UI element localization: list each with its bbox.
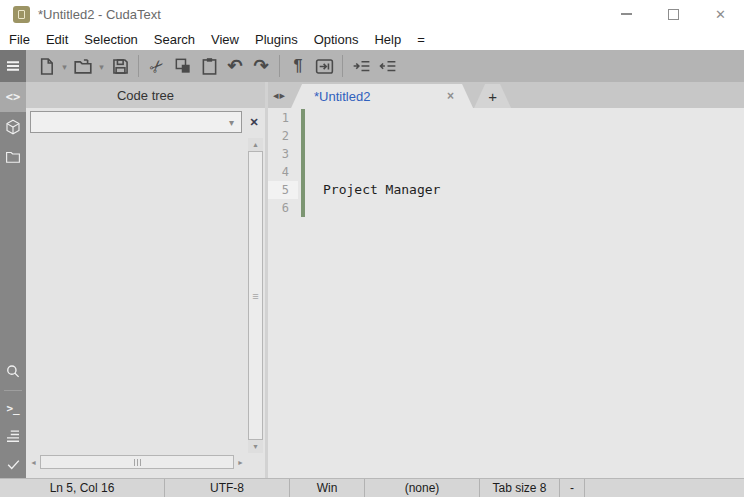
tab-close-icon[interactable]: × (447, 89, 454, 103)
activity-bar: <> >_ (0, 50, 26, 478)
sidebar-item-validate[interactable] (0, 450, 26, 478)
vertical-scroll-thumb[interactable]: ≡ (248, 151, 263, 440)
code-tree-icon: <> (6, 90, 20, 104)
hamburger-icon (4, 57, 22, 75)
undo-icon: ↶ (227, 57, 242, 75)
cut-icon: ✂ (146, 55, 168, 77)
copy-button[interactable] (170, 53, 196, 79)
editor-area: ◂ ▸ *Untitled2 × + 1 2 3 (268, 82, 744, 478)
code-tree-view[interactable] (26, 136, 248, 453)
scroll-left-icon[interactable]: ◄ (27, 455, 40, 469)
tab-scroll-right-icon[interactable]: ▸ (280, 89, 286, 102)
code-line (323, 163, 744, 181)
code-tree-close-button[interactable]: ✕ (246, 116, 262, 129)
paste-icon (199, 56, 220, 77)
status-encoding[interactable]: UTF-8 (165, 479, 290, 497)
tab-scroll-buttons[interactable]: ◂ ▸ (268, 82, 291, 108)
menubar: File Edit Selection Search View Plugins … (0, 28, 744, 50)
gutter-change-column (298, 109, 307, 478)
menu-equals[interactable]: = (409, 32, 433, 47)
maximize-button[interactable] (650, 0, 697, 28)
undo-button[interactable]: ↶ (222, 53, 248, 79)
titlebar: *Untitled2 - CudaText ✕ (0, 0, 744, 28)
menu-options[interactable]: Options (306, 32, 367, 47)
activity-bar-spacer (0, 172, 26, 357)
code-line (323, 199, 744, 217)
code-tree-horizontal-scrollbar[interactable]: ◄ ► (27, 455, 247, 469)
scroll-grip (134, 459, 135, 466)
horizontal-scroll-thumb[interactable] (40, 455, 234, 469)
text-area[interactable]: Project Manager (307, 109, 744, 478)
folder-icon (4, 148, 22, 166)
redo-button[interactable]: ↷ (248, 53, 274, 79)
code-tree-vertical-scrollbar[interactable]: ▲ ≡ ▼ (248, 138, 263, 453)
open-file-icon (72, 55, 94, 77)
unindent-icon (377, 56, 398, 77)
activity-bar-divider (4, 390, 22, 391)
sidebar-item-project[interactable] (0, 142, 26, 172)
search-icon (4, 363, 22, 381)
scroll-up-icon[interactable]: ▲ (248, 138, 263, 151)
menu-file[interactable]: File (1, 32, 38, 47)
word-wrap-icon (314, 56, 335, 77)
app-icon-glyph (18, 10, 25, 19)
show-invisibles-button[interactable]: ¶ (285, 53, 311, 79)
indent-icon (351, 56, 372, 77)
window-title: *Untitled2 - CudaText (38, 7, 161, 22)
sidebar-item-search[interactable] (0, 357, 26, 387)
paste-button[interactable] (196, 53, 222, 79)
cut-button[interactable]: ✂ (144, 53, 170, 79)
sidebar-item-console[interactable]: >_ (0, 394, 26, 422)
tab-scroll-left-icon[interactable]: ◂ (273, 89, 279, 102)
status-line-endings[interactable]: Win (290, 479, 365, 497)
scroll-right-icon[interactable]: ► (234, 455, 247, 469)
main-column: ▾ ▾ ✂ ↶ (26, 50, 744, 478)
new-file-icon (36, 56, 57, 77)
sidebar-item-output[interactable] (0, 422, 26, 450)
menu-edit[interactable]: Edit (38, 32, 76, 47)
menu-help[interactable]: Help (366, 32, 409, 47)
new-file-dropdown[interactable]: ▾ (59, 60, 70, 72)
code-line (323, 145, 744, 163)
app-icon (13, 6, 30, 23)
indent-button[interactable] (348, 53, 374, 79)
app-body: <> >_ (0, 50, 744, 478)
sidebar-item-packages[interactable] (0, 112, 26, 142)
line-number-current: 5 (268, 181, 298, 199)
code-tree-body: ▲ ≡ ▼ (26, 136, 265, 453)
status-lexer[interactable]: (none) (365, 479, 480, 497)
new-file-button[interactable] (33, 53, 59, 79)
menu-view[interactable]: View (203, 32, 247, 47)
output-list-icon (4, 427, 22, 445)
status-tab-size[interactable]: Tab size 8 (480, 479, 560, 497)
tab-bar: ◂ ▸ *Untitled2 × + (268, 82, 744, 108)
word-wrap-button[interactable] (311, 53, 337, 79)
status-selection-mode[interactable]: - (560, 479, 585, 497)
close-button[interactable]: ✕ (697, 0, 744, 28)
menu-search[interactable]: Search (146, 32, 203, 47)
check-icon (5, 456, 22, 473)
open-file-dropdown[interactable]: ▾ (96, 60, 107, 72)
horizontal-scroll-track[interactable] (40, 455, 234, 469)
open-file-button[interactable] (70, 53, 96, 79)
tab-untitled2[interactable]: *Untitled2 × (291, 84, 473, 108)
menu-plugins[interactable]: Plugins (247, 32, 306, 47)
code-tree-combobox[interactable]: ▾ (30, 111, 242, 133)
tab-label: *Untitled2 (314, 89, 447, 104)
toolbar-separator (342, 55, 343, 77)
sidebar-item-code-tree[interactable]: <> (0, 82, 26, 112)
minimize-button[interactable] (603, 0, 650, 28)
new-tab-button[interactable]: + (474, 84, 511, 108)
save-file-button[interactable] (107, 53, 133, 79)
hamburger-menu-button[interactable] (0, 50, 26, 82)
unindent-button[interactable] (374, 53, 400, 79)
line-number-gutter[interactable]: 1 2 3 4 5 6 (268, 109, 298, 478)
menu-selection[interactable]: Selection (76, 32, 145, 47)
status-caret-position[interactable]: Ln 5, Col 16 (0, 479, 165, 497)
editor[interactable]: 1 2 3 4 5 6 (268, 108, 744, 478)
scroll-down-icon[interactable]: ▼ (248, 440, 263, 453)
code-tree-panel: Code tree ▾ ✕ ▲ ≡ (26, 82, 268, 478)
redo-icon: ↷ (253, 57, 268, 75)
status-bar: Ln 5, Col 16 UTF-8 Win (none) Tab size 8… (0, 478, 744, 497)
console-icon: >_ (6, 402, 19, 415)
